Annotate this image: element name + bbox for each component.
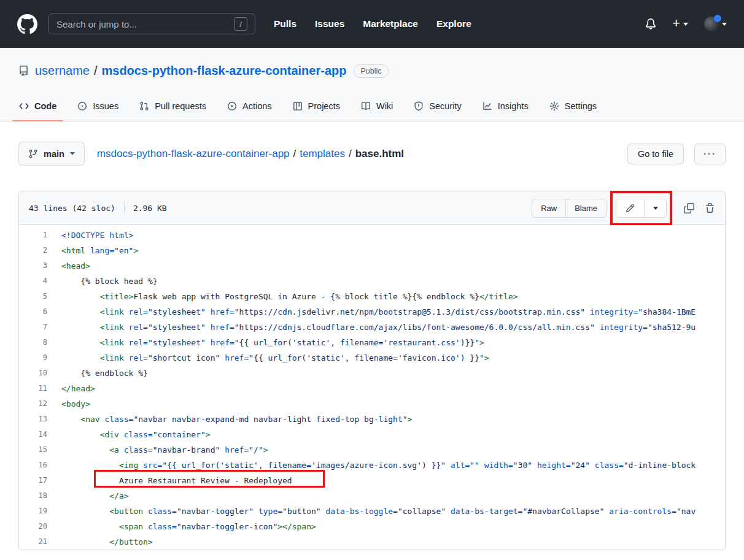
tab-code[interactable]: Code	[10, 91, 66, 121]
breadcrumb-link[interactable]: templates	[300, 148, 345, 160]
line-number[interactable]: 11	[19, 381, 56, 396]
line-number[interactable]: 20	[19, 519, 56, 534]
notifications-bell-icon[interactable]	[645, 18, 656, 29]
wiki-icon	[361, 101, 371, 111]
tab-issues[interactable]: Issues	[68, 91, 128, 121]
settings-icon	[549, 101, 559, 111]
line-number[interactable]: 6	[19, 304, 56, 320]
header-nav: PullsIssuesMarketplaceExplore	[274, 18, 471, 29]
breadcrumb-current-file: base.html	[355, 148, 404, 160]
code-text: <img src="{{ url_for('static', filename=…	[56, 458, 725, 473]
code-text: {% block head %}	[56, 274, 725, 289]
line-number[interactable]: 2	[19, 243, 56, 258]
go-to-file-button[interactable]: Go to file	[627, 144, 684, 164]
tab-actions[interactable]: Actions	[218, 91, 281, 121]
visibility-badge: Public	[354, 64, 388, 78]
line-number[interactable]: 19	[19, 504, 56, 519]
breadcrumb-link[interactable]: msdocs-python-flask-azure-container-app	[97, 148, 290, 160]
tab-pull-requests[interactable]: Pull requests	[130, 91, 215, 121]
line-number[interactable]: 5	[19, 289, 56, 304]
line-number[interactable]: 15	[19, 442, 56, 458]
projects-icon	[293, 101, 303, 111]
line-number[interactable]: 4	[19, 274, 56, 289]
repo-owner-link[interactable]: username	[35, 64, 90, 78]
create-new-menu[interactable]: +	[672, 18, 688, 30]
line-number[interactable]: 1	[19, 228, 56, 243]
branch-name: main	[44, 149, 64, 159]
github-logo-icon[interactable]	[17, 14, 37, 34]
copy-file-button[interactable]	[684, 203, 694, 213]
code-text: <span class="navbar-toggler-icon"></span…	[56, 519, 725, 534]
user-menu[interactable]	[704, 17, 727, 31]
search-placeholder: Search or jump to...	[56, 19, 234, 29]
code-line: 1<!DOCTYPE html>	[19, 228, 725, 243]
code-text: <!DOCTYPE html>	[56, 228, 725, 243]
tab-settings[interactable]: Settings	[540, 91, 606, 121]
line-number[interactable]: 10	[19, 366, 56, 381]
tab-label: Settings	[565, 101, 597, 111]
edit-dropdown-button[interactable]	[644, 199, 666, 217]
insights-icon	[482, 101, 492, 111]
header-nav-marketplace[interactable]: Marketplace	[363, 18, 418, 29]
line-number[interactable]: 8	[19, 335, 56, 350]
tab-projects[interactable]: Projects	[284, 91, 349, 121]
repo-name-link[interactable]: msdocs-python-flask-azure-container-app	[102, 64, 347, 78]
breadcrumb: msdocs-python-flask-azure-container-app/…	[97, 148, 404, 160]
line-number[interactable]: 14	[19, 427, 56, 442]
edit-pencil-button[interactable]	[616, 199, 644, 217]
header-nav-explore[interactable]: Explore	[436, 18, 471, 29]
slash-key-hint: /	[234, 17, 247, 31]
code-rows: 1<!DOCTYPE html>2<html lang="en">3<head>…	[19, 225, 725, 550]
code-text: <link rel="stylesheet" href="https://cdn…	[56, 304, 725, 320]
branch-selector[interactable]: main	[18, 142, 85, 166]
tab-wiki[interactable]: Wiki	[352, 91, 402, 121]
site-header: Search or jump to... / PullsIssuesMarket…	[0, 0, 744, 48]
tab-insights[interactable]: Insights	[473, 91, 538, 121]
code-line: 5 <title>Flask web app with PostgreSQL i…	[19, 289, 725, 304]
line-number[interactable]: 13	[19, 412, 56, 427]
pull-request-icon	[139, 101, 149, 111]
delete-file-button[interactable]	[705, 203, 715, 213]
code-text: <link rel="stylesheet" href="https://cdn…	[56, 320, 725, 335]
code-text: <button class="navbar-toggler" type="but…	[56, 504, 725, 519]
tab-label: Issues	[93, 101, 118, 111]
line-number[interactable]: 17	[19, 473, 56, 488]
code-line: 12<body>	[19, 396, 725, 412]
tab-label: Code	[34, 101, 56, 111]
chevron-down-icon	[722, 23, 727, 26]
tab-label: Insights	[498, 101, 529, 111]
code-line: 21 </button>	[19, 534, 725, 550]
trash-icon	[705, 203, 715, 213]
code-line: 7 <link rel="stylesheet" href="https://c…	[19, 320, 725, 335]
repo-title: username / msdocs-python-flask-azure-con…	[0, 64, 744, 78]
code-line: 9 <link rel="shortcut icon" href="{{ url…	[19, 350, 725, 366]
header-nav-issues[interactable]: Issues	[315, 18, 344, 29]
raw-button[interactable]: Raw	[532, 199, 565, 217]
code-text: <nav class="navbar navbar-expand-md navb…	[56, 412, 725, 427]
search-input[interactable]: Search or jump to... /	[48, 13, 255, 34]
code-text: <body>	[56, 396, 725, 412]
tab-label: Wiki	[376, 101, 393, 111]
code-line: 8 <link rel="stylesheet" href="{{ url_fo…	[19, 335, 725, 350]
tab-security[interactable]: Security	[405, 91, 470, 121]
line-number[interactable]: 16	[19, 458, 56, 473]
line-number[interactable]: 9	[19, 350, 56, 366]
actions-icon	[227, 101, 237, 111]
code-line: 18 </a>	[19, 488, 725, 504]
line-number[interactable]: 7	[19, 320, 56, 335]
line-number[interactable]: 18	[19, 488, 56, 504]
line-number[interactable]: 12	[19, 396, 56, 412]
line-number[interactable]: 21	[19, 534, 56, 550]
header-nav-pulls[interactable]: Pulls	[274, 18, 296, 29]
code-line: 14 <div class="container">	[19, 427, 725, 442]
more-options-button[interactable]: ···	[694, 144, 726, 164]
code-line: 13 <nav class="navbar navbar-expand-md n…	[19, 412, 725, 427]
code-text: <title>Flask web app with PostgreSQL in …	[56, 289, 725, 304]
line-number[interactable]: 3	[19, 258, 56, 274]
blame-button[interactable]: Blame	[565, 199, 606, 217]
tab-label: Pull requests	[155, 101, 206, 111]
code-line: 10 {% endblock %}	[19, 366, 725, 381]
raw-blame-group: Raw Blame	[532, 199, 606, 218]
code-text: </button>	[56, 534, 725, 550]
code-line: 15 <a class="navbar-brand" href="/">	[19, 442, 725, 458]
